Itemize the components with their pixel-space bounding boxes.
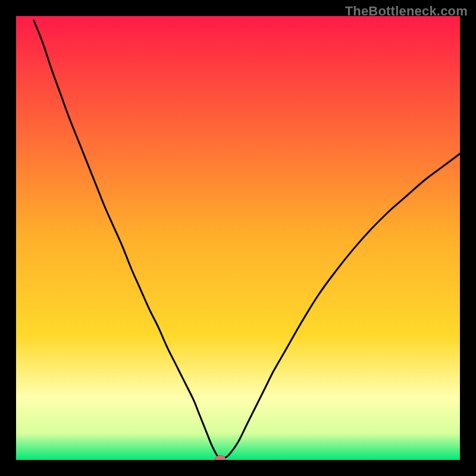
chart-frame: TheBottleneck.com — [0, 0, 476, 476]
plot-svg — [16, 16, 460, 460]
optimal-point-marker — [215, 456, 226, 460]
watermark-text: TheBottleneck.com — [345, 4, 468, 19]
plot-area — [16, 16, 460, 460]
gradient-background — [16, 16, 460, 460]
